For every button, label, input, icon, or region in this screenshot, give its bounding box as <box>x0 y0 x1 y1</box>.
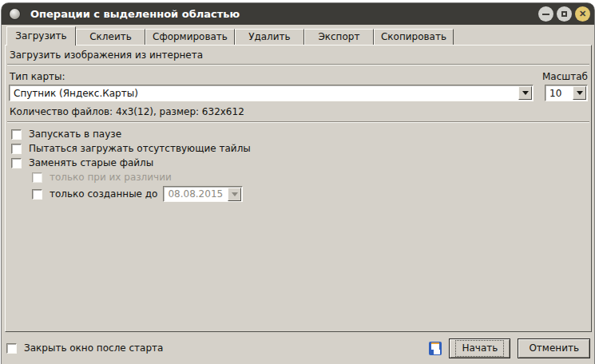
map-type-dropdown-button[interactable] <box>518 86 532 100</box>
save-settings-icon[interactable] <box>429 342 442 355</box>
scale-dropdown-button[interactable] <box>573 86 586 100</box>
option-row: только при их различии <box>32 172 589 183</box>
close-button[interactable]: ✕ <box>575 6 590 22</box>
tab-delete[interactable]: Удалить <box>235 29 304 45</box>
chevron-down-icon <box>577 91 583 95</box>
checkbox-start-paused[interactable] <box>11 129 22 140</box>
separator <box>7 64 589 65</box>
option-row: Заменять старые файлы <box>11 157 589 168</box>
option-row: Закрыть окно после старта <box>6 342 163 354</box>
checkbox-download-missing-tiles-label: Пытаться загружать отсутствующие тайлы <box>29 143 251 154</box>
checkbox-only-if-different <box>32 172 42 183</box>
tab-bar: Загрузить Склеить Сформировать Удалить Э… <box>2 25 594 45</box>
window-title: Операции с выделенной областью <box>30 8 538 20</box>
scale-value: 10 <box>545 88 572 99</box>
app-icon <box>10 9 20 19</box>
titlebar: Операции с выделенной областью ✕ <box>2 3 594 25</box>
tab-copy[interactable]: Скопировать <box>374 29 454 45</box>
section-header: Загрузить изображения из интернета <box>10 49 588 61</box>
cancel-button[interactable]: Отменить <box>518 338 590 358</box>
checkbox-only-if-different-label: только при их различии <box>50 172 172 183</box>
checkbox-replace-old-files-label: Заменять старые файлы <box>29 157 153 168</box>
tab-generate[interactable]: Сформировать <box>145 29 235 45</box>
checkbox-only-created-before[interactable] <box>32 189 42 200</box>
map-type-select[interactable]: Спутник (Яндекс.Карты) <box>9 85 534 101</box>
close-icon: ✕ <box>579 10 586 18</box>
checkbox-only-created-before-label: только созданные до <box>50 188 157 200</box>
download-tab-page: Загрузить изображения из интернета Тип к… <box>5 45 592 332</box>
dialog-window: Операции с выделенной областью ✕ Загрузи… <box>2 3 594 364</box>
tab-download[interactable]: Загрузить <box>6 26 76 46</box>
scale-label: Масштаб <box>542 71 588 82</box>
footer-bar: Закрыть окно после старта Начать Отменит… <box>2 332 594 364</box>
tab-merge[interactable]: Склеить <box>76 29 145 45</box>
checkbox-start-paused-label: Запускать в паузе <box>29 129 121 140</box>
maximize-button[interactable] <box>557 6 572 22</box>
checkbox-download-missing-tiles[interactable] <box>11 144 22 154</box>
separator <box>7 121 589 123</box>
option-row: Запускать в паузе <box>11 129 589 140</box>
minimize-icon <box>542 14 549 15</box>
option-row: только созданные до 08.08.2015 <box>32 186 589 202</box>
date-select: 08.08.2015 <box>163 186 243 202</box>
checkbox-close-after-start[interactable] <box>6 343 17 354</box>
minimize-button[interactable] <box>538 6 553 22</box>
chevron-down-icon <box>522 91 529 95</box>
checkbox-close-after-start-label: Закрыть окно после старта <box>24 342 163 354</box>
window-controls: ✕ <box>538 6 590 22</box>
files-count-info: Количество файлов: 4x3(12), размер: 632x… <box>10 106 588 117</box>
options-list: Запускать в паузе Пытаться загружать отс… <box>7 129 589 202</box>
map-type-label: Тип карты: <box>10 71 65 82</box>
cancel-button-label: Отменить <box>520 340 588 357</box>
start-button-label: Начать <box>455 340 504 357</box>
map-type-value: Спутник (Яндекс.Карты) <box>10 88 518 99</box>
maximize-icon <box>561 11 567 17</box>
checkbox-replace-old-files[interactable] <box>11 158 22 168</box>
scale-select[interactable]: 10 <box>545 85 588 101</box>
chevron-down-icon <box>232 192 238 196</box>
option-row: Пытаться загружать отсутствующие тайлы <box>11 143 589 154</box>
date-value: 08.08.2015 <box>164 188 227 200</box>
date-dropdown-button <box>228 188 241 201</box>
tab-export[interactable]: Экспорт <box>304 29 374 45</box>
start-button[interactable]: Начать <box>449 338 510 358</box>
